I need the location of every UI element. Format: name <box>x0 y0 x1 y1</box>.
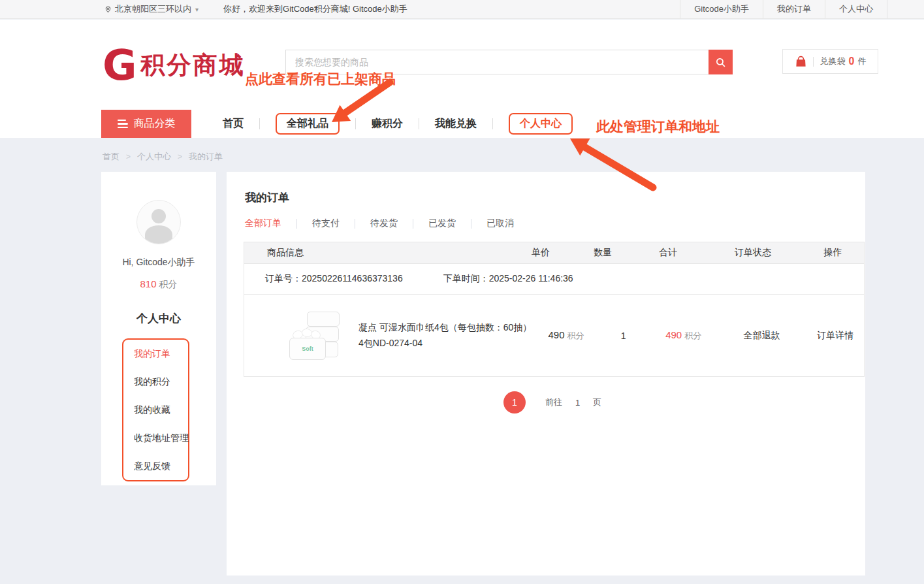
category-button-label: 商品分类 <box>134 117 176 131</box>
total-cell: 490积分 <box>650 329 716 342</box>
tab-separator <box>355 219 355 229</box>
location-pin-icon <box>104 6 112 13</box>
product-image-brand-text: Soft <box>302 346 313 352</box>
logo-wordmark: 积分商城 <box>141 49 246 82</box>
tab-pending-payment[interactable]: 待支付 <box>312 218 340 229</box>
chevron-down-icon: ▾ <box>195 6 199 13</box>
sidebar-item-favorites[interactable]: 我的收藏 <box>134 396 188 424</box>
avatar-body <box>145 225 172 244</box>
bag-count: 0 <box>849 56 855 67</box>
profile-sidebar: Hi, Gitcode小助手 810积分 个人中心 我的订单 我的积分 我的收藏… <box>101 172 216 485</box>
breadcrumb-home[interactable]: 首页 <box>103 151 119 163</box>
order-time-label: 下单时间： <box>443 273 489 284</box>
order-number-label: 订单号： <box>265 273 302 284</box>
topbar-link-assistant[interactable]: Gitcode小助手 <box>680 0 763 18</box>
points-unit: 积分 <box>159 279 178 289</box>
points-balance: 810积分 <box>101 278 216 291</box>
sidebar-greeting: Hi, Gitcode小助手 <box>101 257 216 268</box>
location-selector[interactable]: 北京朝阳区三环以内 ▾ <box>104 0 199 18</box>
order-status-tabs: 全部订单 待支付 待发货 已发货 已取消 <box>245 218 514 229</box>
tab-separator <box>296 219 297 229</box>
welcome-message: 你好，欢迎来到GitCode积分商城! Gitcode小助手 <box>223 0 407 18</box>
nav-item-profile-center[interactable]: 个人中心 <box>509 113 573 135</box>
nav-separator <box>355 118 356 129</box>
product-image[interactable]: Soft <box>289 309 342 363</box>
col-unit-price: 单价 <box>508 247 573 259</box>
annotation-gifts-note: 点此查看所有已上架商品 <box>245 70 396 88</box>
tab-separator <box>471 219 471 229</box>
order-meta-row: 订单号：20250226114636373136 下单时间：2025-02-26… <box>244 264 865 295</box>
unit-price-cell: 490积分 <box>536 329 596 342</box>
tab-shipped[interactable]: 已发货 <box>428 218 456 229</box>
topbar-links: Gitcode小助手 我的订单 个人中心 <box>680 0 887 18</box>
unit-price-unit: 积分 <box>567 331 584 340</box>
bag-icon <box>795 56 807 68</box>
avatar-head <box>151 209 166 223</box>
order-time-value: 2025-02-26 11:46:36 <box>489 273 573 284</box>
location-text: 北京朝阳区三环以内 <box>115 3 191 15</box>
breadcrumb: 首页 > 个人中心 > 我的订单 <box>103 151 223 163</box>
breadcrumb-profile[interactable]: 个人中心 <box>137 151 171 163</box>
points-value: 810 <box>140 278 156 289</box>
tab-all-orders[interactable]: 全部订单 <box>245 218 281 229</box>
page-title: 我的订单 <box>245 190 289 205</box>
top-utility-bar: 北京朝阳区三环以内 ▾ 你好，欢迎来到GitCode积分商城! Gitcode小… <box>0 0 924 19</box>
hamburger-icon <box>118 118 128 131</box>
order-status-cell: 全部退款 <box>716 330 806 342</box>
tissue-pack <box>307 312 340 327</box>
pagination: 1 前往 1 页 <box>233 391 872 414</box>
nav-separator <box>419 118 419 129</box>
sidebar-item-my-orders[interactable]: 我的订单 <box>134 340 188 368</box>
sidebar-item-my-points[interactable]: 我的积分 <box>134 368 188 396</box>
nav-item-all-gifts[interactable]: 全部礼品 <box>276 113 340 135</box>
bag-label: 兑换袋 <box>820 56 846 67</box>
table-header-row: 商品信息 单价 数量 合计 订单状态 操作 <box>244 242 865 264</box>
logo-g-mark: G <box>103 46 137 86</box>
avatar <box>136 200 181 244</box>
search-icon <box>715 57 726 68</box>
breadcrumb-current: 我的订单 <box>189 151 223 163</box>
nav-item-can-exchange[interactable]: 我能兑换 <box>435 117 477 131</box>
sidebar-title: 个人中心 <box>101 311 216 326</box>
topbar-link-my-orders[interactable]: 我的订单 <box>763 0 825 18</box>
col-actions: 操作 <box>802 247 864 259</box>
page-number-button[interactable]: 1 <box>503 391 526 414</box>
main-nav: 首页 全部礼品 赚积分 我能兑换 个人中心 <box>223 110 573 138</box>
goto-page-input[interactable]: 1 <box>575 398 580 408</box>
points-mall-page: 北京朝阳区三环以内 ▾ 你好，欢迎来到GitCode积分商城! Gitcode小… <box>0 0 924 584</box>
total-value: 490 <box>665 329 682 340</box>
breadcrumb-separator: > <box>178 152 182 161</box>
search-button[interactable] <box>709 50 733 74</box>
bag-unit: 件 <box>857 56 866 67</box>
unit-price-value: 490 <box>549 329 565 340</box>
nav-separator <box>259 118 260 129</box>
sidebar-item-feedback[interactable]: 意见反馈 <box>134 452 188 480</box>
quantity-cell: 1 <box>596 331 650 341</box>
order-time: 下单时间：2025-02-26 11:46:36 <box>443 273 573 285</box>
sidebar-item-address-management[interactable]: 收货地址管理 <box>134 424 188 452</box>
nav-separator <box>492 118 493 129</box>
order-number-value: 20250226114636373136 <box>302 273 403 284</box>
tab-cancelled[interactable]: 已取消 <box>486 218 514 229</box>
nav-item-home[interactable]: 首页 <box>223 117 244 131</box>
site-logo[interactable]: G 积分商城 <box>103 46 246 86</box>
breadcrumb-separator: > <box>126 152 131 161</box>
nav-item-earn-points[interactable]: 赚积分 <box>372 117 403 131</box>
order-item-row: Soft 凝点 可湿水面巾纸4包（每包抽数：60抽）4包ND-0274-04 4… <box>244 295 865 377</box>
order-number: 订单号：20250226114636373136 <box>265 273 403 285</box>
order-details-link[interactable]: 订单详情 <box>807 330 865 342</box>
tab-pending-shipment[interactable]: 待发货 <box>370 218 398 229</box>
sidebar-menu-annotated-box: 我的订单 我的积分 我的收藏 收货地址管理 意见反馈 <box>122 338 189 481</box>
topbar-link-profile[interactable]: 个人中心 <box>825 0 887 18</box>
col-quantity: 数量 <box>573 247 632 259</box>
total-unit: 积分 <box>684 331 701 340</box>
site-header: G 积分商城 兑换袋 0 件 点此查看所有已上架商品 此处管理订单和地址 <box>0 20 924 138</box>
exchange-bag-widget[interactable]: 兑换袋 0 件 <box>782 49 878 74</box>
product-name[interactable]: 凝点 可湿水面巾纸4包（每包抽数：60抽）4包ND-0274-04 <box>358 320 536 350</box>
product-cell: Soft 凝点 可湿水面巾纸4包（每包抽数：60抽）4包ND-0274-04 <box>244 309 536 363</box>
page-unit-label: 页 <box>593 397 601 408</box>
goto-label: 前往 <box>545 397 562 408</box>
annotation-profile-note: 此处管理订单和地址 <box>596 118 720 136</box>
category-menu-button[interactable]: 商品分类 <box>101 110 191 138</box>
orders-panel: 我的订单 全部订单 待支付 待发货 已发货 已取消 商品信息 单价 数量 合计 … <box>227 172 865 576</box>
